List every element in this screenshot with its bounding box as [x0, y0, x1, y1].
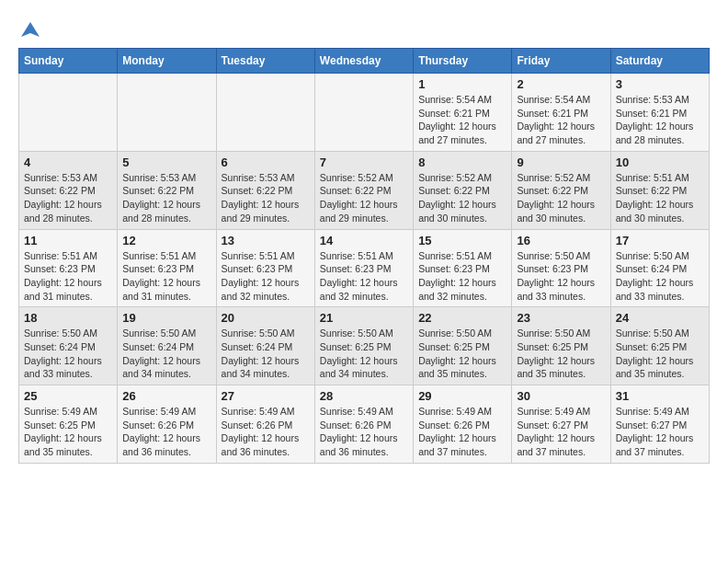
day-number: 27	[222, 389, 310, 403]
calendar-week-4: 18Sunrise: 5:50 AMSunset: 6:24 PMDayligh…	[19, 307, 710, 385]
page-header	[18, 18, 710, 39]
day-number: 6	[222, 155, 310, 169]
calendar-cell: 28Sunrise: 5:49 AMSunset: 6:26 PMDayligh…	[314, 385, 413, 464]
day-number: 10	[616, 155, 704, 169]
day-info: Sunrise: 5:50 AMSunset: 6:25 PMDaylight:…	[418, 327, 506, 381]
day-number: 1	[418, 77, 506, 91]
day-number: 20	[222, 311, 310, 325]
day-number: 14	[320, 234, 408, 247]
calendar-cell: 3Sunrise: 5:53 AMSunset: 6:21 PMDaylight…	[610, 74, 709, 152]
day-info: Sunrise: 5:51 AMSunset: 6:23 PMDaylight:…	[222, 249, 310, 304]
header-cell-saturday: Saturday	[610, 49, 709, 74]
calendar-cell: 16Sunrise: 5:50 AMSunset: 6:23 PMDayligh…	[512, 229, 610, 307]
calendar-table: SundayMondayTuesdayWednesdayThursdayFrid…	[18, 48, 710, 464]
day-info: Sunrise: 5:50 AMSunset: 6:24 PMDaylight:…	[222, 327, 310, 381]
day-info: Sunrise: 5:50 AMSunset: 6:25 PMDaylight:…	[616, 327, 704, 381]
day-number: 30	[517, 389, 605, 403]
svg-marker-0	[21, 22, 40, 37]
day-info: Sunrise: 5:49 AMSunset: 6:27 PMDaylight:…	[517, 405, 605, 459]
calendar-cell: 10Sunrise: 5:51 AMSunset: 6:22 PMDayligh…	[610, 151, 709, 229]
day-info: Sunrise: 5:52 AMSunset: 6:22 PMDaylight:…	[418, 171, 506, 225]
day-info: Sunrise: 5:50 AMSunset: 6:23 PMDaylight:…	[517, 249, 605, 304]
calendar-cell: 25Sunrise: 5:49 AMSunset: 6:25 PMDayligh…	[19, 385, 118, 464]
calendar-cell: 21Sunrise: 5:50 AMSunset: 6:25 PMDayligh…	[314, 307, 413, 385]
day-info: Sunrise: 5:52 AMSunset: 6:22 PMDaylight:…	[517, 171, 605, 225]
day-number: 8	[418, 155, 506, 169]
day-info: Sunrise: 5:49 AMSunset: 6:26 PMDaylight:…	[222, 405, 310, 459]
calendar-cell: 2Sunrise: 5:54 AMSunset: 6:21 PMDaylight…	[512, 74, 610, 152]
calendar-cell: 31Sunrise: 5:49 AMSunset: 6:27 PMDayligh…	[610, 385, 709, 464]
day-number: 2	[517, 77, 605, 91]
day-number: 9	[517, 155, 605, 169]
calendar-cell: 4Sunrise: 5:53 AMSunset: 6:22 PMDaylight…	[19, 151, 118, 229]
day-number: 3	[616, 77, 704, 91]
day-number: 17	[616, 234, 704, 247]
header-cell-thursday: Thursday	[414, 49, 512, 74]
day-number: 29	[418, 389, 506, 403]
calendar-cell: 19Sunrise: 5:50 AMSunset: 6:24 PMDayligh…	[118, 307, 216, 385]
calendar-cell: 27Sunrise: 5:49 AMSunset: 6:26 PMDayligh…	[216, 385, 314, 464]
calendar-cell: 26Sunrise: 5:49 AMSunset: 6:26 PMDayligh…	[118, 385, 216, 464]
calendar-week-5: 25Sunrise: 5:49 AMSunset: 6:25 PMDayligh…	[19, 385, 710, 464]
logo-bird-icon	[21, 20, 40, 39]
day-number: 19	[122, 311, 210, 325]
calendar-cell: 6Sunrise: 5:53 AMSunset: 6:22 PMDaylight…	[216, 151, 314, 229]
calendar-cell: 15Sunrise: 5:51 AMSunset: 6:23 PMDayligh…	[414, 229, 512, 307]
header-cell-tuesday: Tuesday	[216, 49, 314, 74]
day-info: Sunrise: 5:53 AMSunset: 6:21 PMDaylight:…	[616, 93, 704, 147]
day-number: 5	[122, 155, 210, 169]
day-info: Sunrise: 5:53 AMSunset: 6:22 PMDaylight:…	[24, 171, 112, 225]
day-info: Sunrise: 5:50 AMSunset: 6:25 PMDaylight:…	[320, 327, 408, 381]
day-info: Sunrise: 5:50 AMSunset: 6:24 PMDaylight:…	[24, 327, 112, 381]
day-number: 22	[418, 311, 506, 325]
day-info: Sunrise: 5:51 AMSunset: 6:23 PMDaylight:…	[122, 249, 210, 304]
day-info: Sunrise: 5:51 AMSunset: 6:23 PMDaylight:…	[320, 249, 408, 304]
calendar-cell: 13Sunrise: 5:51 AMSunset: 6:23 PMDayligh…	[216, 229, 314, 307]
day-number: 18	[24, 311, 112, 325]
calendar-cell: 24Sunrise: 5:50 AMSunset: 6:25 PMDayligh…	[610, 307, 709, 385]
calendar-cell: 12Sunrise: 5:51 AMSunset: 6:23 PMDayligh…	[118, 229, 216, 307]
day-info: Sunrise: 5:49 AMSunset: 6:25 PMDaylight:…	[24, 405, 112, 459]
calendar-cell: 7Sunrise: 5:52 AMSunset: 6:22 PMDaylight…	[314, 151, 413, 229]
calendar-week-2: 4Sunrise: 5:53 AMSunset: 6:22 PMDaylight…	[19, 151, 710, 229]
header-cell-wednesday: Wednesday	[314, 49, 413, 74]
calendar-cell: 5Sunrise: 5:53 AMSunset: 6:22 PMDaylight…	[118, 151, 216, 229]
calendar-header: SundayMondayTuesdayWednesdayThursdayFrid…	[19, 49, 710, 74]
day-number: 7	[320, 155, 408, 169]
day-number: 12	[122, 234, 210, 247]
calendar-cell: 20Sunrise: 5:50 AMSunset: 6:24 PMDayligh…	[216, 307, 314, 385]
header-cell-sunday: Sunday	[19, 49, 118, 74]
calendar-week-3: 11Sunrise: 5:51 AMSunset: 6:23 PMDayligh…	[19, 229, 710, 307]
calendar-cell	[118, 74, 216, 152]
day-number: 24	[616, 311, 704, 325]
calendar-cell: 9Sunrise: 5:52 AMSunset: 6:22 PMDaylight…	[512, 151, 610, 229]
day-info: Sunrise: 5:54 AMSunset: 6:21 PMDaylight:…	[418, 93, 506, 147]
day-number: 4	[24, 155, 112, 169]
calendar-cell	[216, 74, 314, 152]
day-number: 26	[122, 389, 210, 403]
calendar-week-1: 1Sunrise: 5:54 AMSunset: 6:21 PMDaylight…	[19, 74, 710, 152]
day-info: Sunrise: 5:50 AMSunset: 6:25 PMDaylight:…	[517, 327, 605, 381]
calendar-cell: 22Sunrise: 5:50 AMSunset: 6:25 PMDayligh…	[414, 307, 512, 385]
day-number: 13	[222, 234, 310, 247]
calendar-cell: 17Sunrise: 5:50 AMSunset: 6:24 PMDayligh…	[610, 229, 709, 307]
day-number: 16	[517, 234, 605, 247]
logo	[18, 18, 40, 39]
day-number: 21	[320, 311, 408, 325]
day-number: 23	[517, 311, 605, 325]
day-info: Sunrise: 5:51 AMSunset: 6:23 PMDaylight:…	[24, 249, 112, 304]
day-number: 28	[320, 389, 408, 403]
calendar-body: 1Sunrise: 5:54 AMSunset: 6:21 PMDaylight…	[19, 74, 710, 464]
calendar-cell: 18Sunrise: 5:50 AMSunset: 6:24 PMDayligh…	[19, 307, 118, 385]
day-info: Sunrise: 5:51 AMSunset: 6:22 PMDaylight:…	[616, 171, 704, 225]
day-info: Sunrise: 5:54 AMSunset: 6:21 PMDaylight:…	[517, 93, 605, 147]
header-cell-monday: Monday	[118, 49, 216, 74]
day-info: Sunrise: 5:52 AMSunset: 6:22 PMDaylight:…	[320, 171, 408, 225]
day-info: Sunrise: 5:49 AMSunset: 6:26 PMDaylight:…	[418, 405, 506, 459]
calendar-cell: 23Sunrise: 5:50 AMSunset: 6:25 PMDayligh…	[512, 307, 610, 385]
calendar-cell: 11Sunrise: 5:51 AMSunset: 6:23 PMDayligh…	[19, 229, 118, 307]
header-row: SundayMondayTuesdayWednesdayThursdayFrid…	[19, 49, 710, 74]
day-info: Sunrise: 5:53 AMSunset: 6:22 PMDaylight:…	[222, 171, 310, 225]
day-info: Sunrise: 5:49 AMSunset: 6:27 PMDaylight:…	[616, 405, 704, 459]
day-info: Sunrise: 5:50 AMSunset: 6:24 PMDaylight:…	[616, 249, 704, 304]
